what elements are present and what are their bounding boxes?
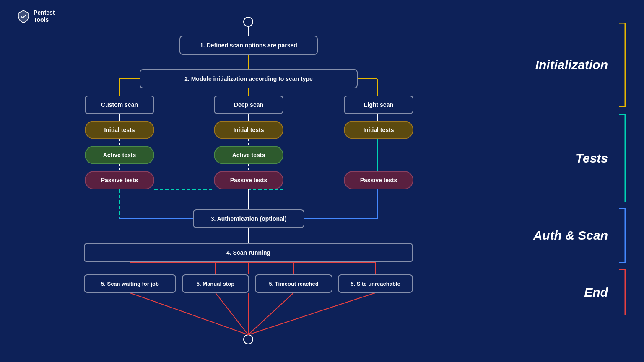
step1-node: 1. Defined scan options are parsed	[179, 36, 318, 55]
custom-passive-node: Passive tests	[85, 171, 154, 189]
end-bracket-svg	[615, 269, 627, 315]
custom-scan-node: Custom scan	[85, 96, 154, 114]
auth-scan-bracket: Auth & Scan	[533, 208, 627, 263]
custom-active-node: Active tests	[85, 146, 154, 164]
init-bracket-label: Initialization	[535, 58, 608, 72]
waiting-node: 5. Scan waiting for job	[84, 274, 176, 293]
tests-bracket-svg	[615, 114, 627, 202]
unreachable-node: 5. Site unreachable	[338, 274, 413, 293]
init-bracket-svg	[615, 23, 627, 107]
light-scan-node: Light scan	[344, 96, 413, 114]
light-passive-node: Passive tests	[344, 171, 413, 189]
step2-node: 2. Module initialization according to sc…	[140, 69, 358, 88]
end-bracket-label: End	[584, 285, 608, 300]
auth-scan-bracket-svg	[615, 208, 627, 263]
light-initial-node: Initial tests	[344, 121, 413, 139]
auth-scan-bracket-label: Auth & Scan	[533, 228, 608, 243]
manual-stop-node: 5. Manual stop	[182, 274, 249, 293]
scan-running-node: 4. Scan running	[84, 243, 413, 262]
tests-bracket-label: Tests	[576, 151, 608, 165]
end-bracket: End	[584, 269, 627, 315]
timeout-node: 5. Timeout reached	[255, 274, 332, 293]
deep-active-node: Active tests	[214, 146, 283, 164]
tests-bracket: Tests	[576, 114, 627, 202]
init-bracket: Initialization	[535, 23, 627, 107]
auth-node: 3. Authentication (optional)	[193, 209, 304, 228]
deep-passive-node: Passive tests	[214, 171, 283, 189]
custom-initial-node: Initial tests	[85, 121, 154, 139]
deep-scan-node: Deep scan	[214, 96, 283, 114]
deep-initial-node: Initial tests	[214, 121, 283, 139]
